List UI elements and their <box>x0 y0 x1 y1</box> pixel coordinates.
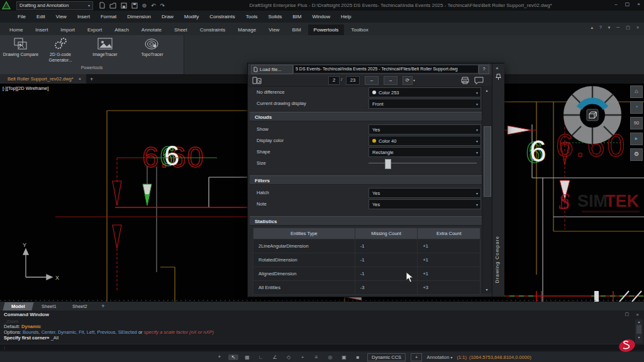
tab-sheet[interactable]: Sheet <box>169 25 193 35</box>
scroll-down-icon[interactable]: ▾ <box>483 287 491 292</box>
tab-manage[interactable]: Manage <box>232 25 262 35</box>
scroll-up-icon[interactable]: ▴ <box>483 88 491 92</box>
command-input[interactable]: : <box>0 344 644 351</box>
menu-draw[interactable]: Draw <box>162 14 174 19</box>
tab-sheet1[interactable]: Sheet1 <box>33 302 65 310</box>
etrack-toggle-icon[interactable]: + <box>297 354 308 360</box>
table-row[interactable]: 2LineAngularDimension -1 +1 <box>253 239 480 253</box>
gcode-generator-button[interactable]: 2D G-code Generator... <box>40 37 80 63</box>
tab-import[interactable]: Import <box>55 25 80 35</box>
help-icon[interactable]: ? <box>599 25 602 30</box>
pin-icon[interactable] <box>496 74 501 80</box>
tab-sheet2[interactable]: Sheet2 <box>64 302 96 310</box>
workspace-selector[interactable]: Drafting and Annotation ▾ <box>16 1 93 10</box>
menu-bim[interactable]: BIM <box>292 14 301 19</box>
drawing-compare-button[interactable]: Drawing Compare <box>3 37 39 58</box>
ortho-toggle-icon[interactable]: ∟ <box>256 354 266 360</box>
doc-close-icon[interactable]: × <box>636 25 639 30</box>
chevron-down-icon[interactable]: ▾ <box>608 25 611 30</box>
esnap-toggle-icon[interactable]: ◇ <box>284 354 294 360</box>
ribbon-collapse-icon[interactable]: ▴ <box>591 25 593 30</box>
quickinput-toggle-icon[interactable]: ▣ <box>339 354 349 360</box>
scrollbar-thumb[interactable] <box>636 325 641 334</box>
doc-minimize-icon[interactable]: ─ <box>616 25 619 30</box>
table-row[interactable]: AlignedDimension -1 +1 <box>253 267 480 281</box>
menu-help[interactable]: Help <box>341 14 351 19</box>
restore-button[interactable]: ▢ <box>625 1 630 7</box>
close-button[interactable]: × <box>637 1 640 7</box>
scrollbar-thumb[interactable] <box>484 126 491 197</box>
comment-icon[interactable] <box>474 77 484 84</box>
table-row[interactable]: All Entities -3 +3 <box>253 281 480 295</box>
note-dropdown[interactable]: Yes▾ <box>369 199 481 209</box>
refresh-button[interactable]: ⟳ <box>402 76 413 85</box>
viewport-controls[interactable]: [-][Top][2D Wireframe] <box>3 85 48 91</box>
section-statistics[interactable]: Statistics▲ <box>250 216 490 226</box>
menu-view[interactable]: View <box>56 14 67 19</box>
tab-view[interactable]: View <box>263 25 285 35</box>
tab-constraints[interactable]: Constraints <box>194 25 231 35</box>
doc-restore-icon[interactable]: ▢ <box>626 25 630 30</box>
redo-button[interactable]: ↷ <box>160 3 165 9</box>
menu-window[interactable]: Window <box>312 14 330 19</box>
add-sheet-button[interactable]: + <box>101 303 104 309</box>
lineweight-toggle-icon[interactable]: ≡ <box>311 354 321 360</box>
refresh-dropdown-icon[interactable]: ▾ <box>413 78 415 82</box>
tab-insert[interactable]: Insert <box>30 25 53 35</box>
page-current-field[interactable]: 2 <box>328 76 340 85</box>
save-as-icon[interactable] <box>121 3 127 9</box>
minimize-button[interactable]: – <box>614 1 617 7</box>
command-option-links[interactable]: Bounds, Center, Dynamic, Fit, Left, Prev… <box>23 329 137 335</box>
palette-help-button[interactable]: ? <box>479 65 489 74</box>
polar-toggle-icon[interactable]: ∠ <box>270 354 280 360</box>
home-view-button[interactable]: ⌂ <box>630 85 643 98</box>
new-file-icon[interactable] <box>99 2 105 9</box>
menu-modify[interactable]: Modify <box>184 14 199 19</box>
transparency-toggle-icon[interactable]: ◎ <box>325 354 335 360</box>
tab-close-icon[interactable]: × <box>79 76 81 82</box>
new-tab-button[interactable]: + <box>90 76 93 82</box>
display-color-dropdown[interactable]: Color 40▾ <box>369 136 481 146</box>
scroll-up-icon[interactable]: ▴ <box>635 319 643 324</box>
current-display-dropdown[interactable]: Front▾ <box>369 99 481 109</box>
tab-bim[interactable]: BIM <box>286 25 306 35</box>
command-close-icon[interactable]: × <box>636 312 639 317</box>
table-row[interactable]: RotatedDimension -1 +1 <box>253 253 480 267</box>
next-page-button[interactable]: → <box>384 76 397 85</box>
play-view-button[interactable]: ▸ <box>630 133 643 145</box>
pointer-toggle-icon[interactable]: ↖ <box>228 354 238 360</box>
menu-constraints[interactable]: Constraints <box>209 14 235 19</box>
palette-close-icon[interactable]: × <box>496 65 499 71</box>
tab-annotate[interactable]: Annotate <box>136 25 167 35</box>
print-icon[interactable] <box>460 77 470 84</box>
grid-toggle-icon[interactable]: ▦ <box>242 354 252 360</box>
dynamic-ccs-button[interactable]: Dynamic CCS <box>367 353 406 361</box>
menu-insert[interactable]: Insert <box>77 14 90 19</box>
palette-scrollbar[interactable]: ▴ ▾ <box>482 86 492 293</box>
tab-home[interactable]: Home <box>4 25 28 35</box>
rotate-90-button[interactable]: 90 <box>630 117 643 129</box>
tab-model[interactable]: Model <box>3 302 33 310</box>
tab-export[interactable]: Export <box>82 25 108 35</box>
menu-file[interactable]: File <box>18 14 26 19</box>
document-tab[interactable]: Belt Roller Support_rev02.dwg* × <box>0 74 86 84</box>
command-float-icon[interactable]: ▢ <box>625 312 629 317</box>
model-toggle-icon[interactable]: ■ <box>353 354 363 360</box>
size-slider-thumb[interactable] <box>385 159 391 169</box>
open-file-icon[interactable] <box>109 3 116 9</box>
topotracer-button[interactable]: TopoTracer <box>133 37 171 58</box>
section-filters[interactable]: Filters▲ <box>250 175 490 185</box>
no-difference-dropdown[interactable]: Color 253▾ <box>369 87 481 97</box>
orbit-button[interactable]: ◔ <box>630 101 643 114</box>
menu-dimension[interactable]: Dimension <box>127 14 151 19</box>
hatch-dropdown[interactable]: Yes▾ <box>369 188 481 198</box>
prev-page-button[interactable]: ← <box>365 76 379 85</box>
menu-edit[interactable]: Edit <box>36 14 45 19</box>
render-icon[interactable]: ◍ <box>142 3 147 8</box>
compare-doc-icon[interactable] <box>252 77 262 84</box>
tab-toolbox[interactable]: Toolbox <box>345 25 374 35</box>
add-scale-button[interactable]: + <box>411 353 422 361</box>
menu-format[interactable]: Format <box>101 14 116 19</box>
menu-tools[interactable]: Tools <box>246 14 258 19</box>
save-icon[interactable] <box>131 3 138 9</box>
